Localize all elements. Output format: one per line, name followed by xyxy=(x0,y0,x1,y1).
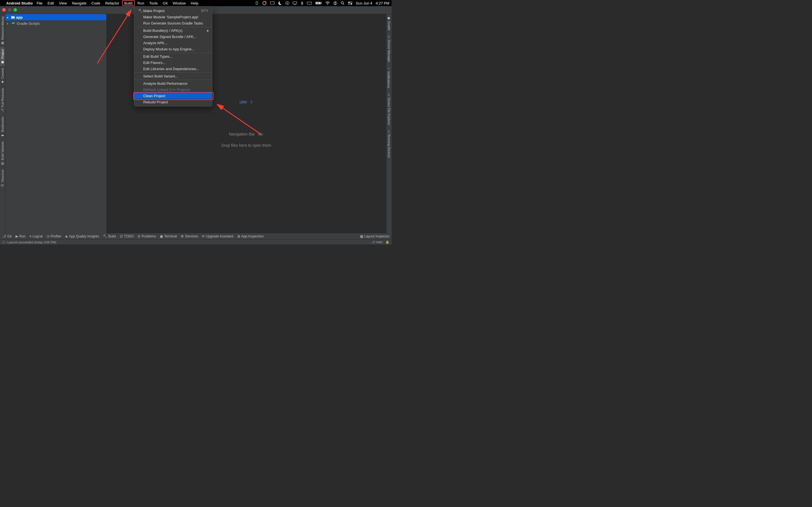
bottom-tab-profiler[interactable]: ◷Profiler xyxy=(47,234,61,238)
menubar-date[interactable]: Sun Jun 4 xyxy=(356,1,372,5)
todo-icon: ☑ xyxy=(120,234,123,238)
screen-icon[interactable] xyxy=(293,1,297,5)
status-message: Launch succeeded (today 3:05 PM) xyxy=(7,240,56,244)
display-icon[interactable] xyxy=(270,1,274,5)
build-menu-item-edit-libraries-and-dependencies[interactable]: Edit Libraries and Dependencies... xyxy=(134,66,212,72)
menu-shortcut: ⌘F9 xyxy=(201,9,208,13)
tool-tab-device-file-explorer[interactable]: ▯Device File Explorer xyxy=(387,91,391,127)
control-center-icon[interactable] xyxy=(348,1,352,5)
menu-view[interactable]: View xyxy=(59,1,67,5)
tool-tab-bookmarks[interactable]: ▮Bookmarks xyxy=(0,114,5,139)
build-menu-item-deploy-module-to-app-engine[interactable]: Deploy Module to App Engine... xyxy=(134,46,212,52)
tool-tab-commit[interactable]: ◆Commit xyxy=(0,66,5,86)
git-branch-indicator[interactable]: ⎇ main xyxy=(371,240,383,244)
tree-label: app xyxy=(16,15,22,19)
menu-file[interactable]: File xyxy=(37,1,43,5)
window-controls xyxy=(2,8,17,11)
build-menu-dropdown: 🔨Make Project⌘F9Make Module 'SampleProje… xyxy=(134,6,212,107)
user-icon[interactable] xyxy=(333,1,337,5)
menubar-time[interactable]: 4:27 PM xyxy=(376,1,389,5)
build-menu-item-refresh-linked-c-projects: Refresh Linked C++ Projects xyxy=(134,87,212,93)
menu-edit[interactable]: Edit xyxy=(48,1,54,5)
menu-navigate[interactable]: Navigate xyxy=(72,1,86,5)
menu-git[interactable]: Git xyxy=(163,1,168,5)
bottom-tab-logcat[interactable]: ≡Logcat xyxy=(29,234,43,238)
wifi-icon[interactable] xyxy=(325,1,330,5)
app-name[interactable]: Android Studio xyxy=(6,1,33,5)
mac-menubar: Android Studio File Edit View Navigate C… xyxy=(0,0,392,6)
bottom-tab-app-inspection[interactable]: ⊞App Inspection xyxy=(238,234,264,238)
menu-item-label: Rebuild Project xyxy=(143,100,208,104)
hint-partial: uble ⇧ xyxy=(239,100,253,104)
status-icon-1[interactable] xyxy=(255,1,259,5)
svg-rect-0 xyxy=(256,2,258,4)
folder-icon: ▣ xyxy=(1,60,4,64)
menu-run[interactable]: Run xyxy=(138,1,144,5)
upgrade-icon: ⟳ xyxy=(202,234,205,238)
bottom-tab-app-quality[interactable]: ◈App Quality Insights xyxy=(65,234,99,238)
build-menu-item-run-generate-sources-gradle-tasks[interactable]: Run Generate Sources Gradle Tasks xyxy=(134,20,212,26)
menu-item-label: Run Generate Sources Gradle Tasks xyxy=(143,21,208,25)
menu-code[interactable]: Code xyxy=(92,1,100,5)
battery-icon[interactable] xyxy=(315,1,322,5)
build-menu-item-edit-flavors[interactable]: Edit Flavors... xyxy=(134,59,212,66)
build-menu-item-analyze-apk[interactable]: Analyze APK... xyxy=(134,40,212,46)
tool-tab-pull-requests[interactable]: ⎇Pull Requests xyxy=(0,86,5,114)
moon-icon[interactable] xyxy=(278,1,282,5)
lock-icon[interactable]: 🔒 xyxy=(386,240,389,244)
bottom-tab-upgrade-assistant[interactable]: ⟳Upgrade Assistant xyxy=(202,234,233,238)
tool-tab-project[interactable]: ▣Project xyxy=(0,47,5,66)
record-icon[interactable] xyxy=(262,1,267,5)
tool-tab-resource-manager[interactable]: ▦Resource Manag xyxy=(0,14,5,47)
menu-window[interactable]: Window xyxy=(172,1,186,5)
gradle-icon xyxy=(11,21,15,25)
bottom-tab-terminal[interactable]: ▣Terminal xyxy=(160,234,177,238)
menu-help[interactable]: Help xyxy=(191,1,199,5)
tree-node-app[interactable]: ▸ app xyxy=(5,14,106,20)
bluetooth-icon[interactable] xyxy=(301,1,303,5)
search-icon[interactable] xyxy=(341,1,345,5)
bottom-tab-git[interactable]: ⎇Git xyxy=(2,234,11,238)
menu-refactor[interactable]: Refactor xyxy=(105,1,119,5)
bottom-tab-layout-inspector[interactable]: ▦Layout Inspector xyxy=(360,234,389,238)
bottom-tab-build[interactable]: 🔨Build xyxy=(103,234,116,238)
menu-item-label: Clean Project xyxy=(143,94,208,98)
profiler-icon: ◷ xyxy=(47,234,49,238)
left-tool-window-bar: ▦Resource Manag ▣Project ◆Commit ⎇Pull R… xyxy=(0,14,5,233)
menu-tools[interactable]: Tools xyxy=(149,1,158,5)
menu-item-label: Select Build Variant... xyxy=(143,74,208,78)
bottom-tab-services[interactable]: ⚙Services xyxy=(181,234,198,238)
tree-node-gradle-scripts[interactable]: ▸ Gradle Scripts xyxy=(5,20,106,26)
tool-tab-structure[interactable]: ☰Structure xyxy=(0,167,5,189)
bell-icon: ♪ xyxy=(387,67,391,70)
status-icon: ▢ xyxy=(2,240,5,244)
tool-tab-device-manager[interactable]: ▯Device Manager xyxy=(387,33,391,64)
build-menu-item-build-bundle-s-apk-s[interactable]: Build Bundle(s) / APK(s)▶ xyxy=(134,27,212,34)
build-menu-item-edit-build-types[interactable]: Edit Build Types... xyxy=(134,53,212,59)
play-icon[interactable] xyxy=(285,1,289,5)
bottom-tab-problems[interactable]: ⊘Problems xyxy=(138,234,156,238)
tool-tab-build-variants[interactable]: ▥Build Variants xyxy=(0,139,5,167)
window-minimize-button[interactable] xyxy=(8,8,11,11)
build-menu-item-analyze-build-performance[interactable]: Analyze Build Performance xyxy=(134,80,212,87)
menu-item-label: Deploy Module to App Engine... xyxy=(143,47,208,51)
menu-item-label: Edit Flavors... xyxy=(143,61,208,65)
window-maximize-button[interactable] xyxy=(13,8,17,11)
pr-icon: ⎇ xyxy=(1,108,4,112)
build-menu-item-select-build-variant[interactable]: Select Build Variant... xyxy=(134,72,212,79)
build-menu-item-rebuild-project[interactable]: Rebuild Project xyxy=(134,99,212,105)
keyboard-icon[interactable] xyxy=(307,1,312,5)
tool-tab-notifications[interactable]: ♪Notifications xyxy=(387,64,391,91)
svg-rect-17 xyxy=(350,2,352,3)
menu-item-label: Build Bundle(s) / APK(s) xyxy=(143,29,208,33)
tool-tab-gradle[interactable]: ⬣Gradle xyxy=(387,14,391,33)
window-close-button[interactable] xyxy=(2,8,6,11)
build-menu-item-make-module-sampleproject-app[interactable]: Make Module 'SampleProject.app' xyxy=(134,14,212,20)
bottom-tab-todo[interactable]: ☑TODO xyxy=(120,234,134,238)
bottom-tab-run[interactable]: ▶Run xyxy=(15,234,26,238)
right-tool-window-bar: ⬣Gradle ▯Device Manager ♪Notifications ▯… xyxy=(386,14,392,233)
build-menu-item-clean-project[interactable]: Clean Project xyxy=(134,93,212,99)
build-menu-item-generate-signed-bundle-apk[interactable]: Generate Signed Bundle / APK... xyxy=(134,34,212,40)
build-menu-item-make-project[interactable]: 🔨Make Project⌘F9 xyxy=(134,8,212,14)
tool-tab-running-devices[interactable]: ▯Running Devices xyxy=(387,127,391,160)
